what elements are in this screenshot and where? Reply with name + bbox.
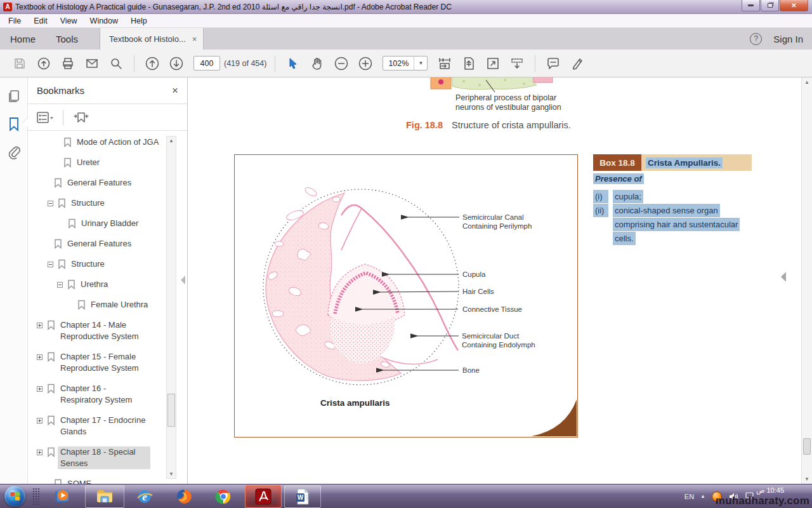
bookmarks-panel-icon[interactable] [8, 117, 20, 132]
page-down-icon[interactable] [168, 55, 185, 72]
hand-tool-icon[interactable] [309, 55, 325, 72]
bookmark-item[interactable]: Mode of Action of JGA [28, 137, 176, 148]
menu-window[interactable]: Window [84, 15, 124, 27]
page-up-icon[interactable] [144, 55, 160, 72]
taskbar-chrome[interactable] [206, 485, 241, 508]
restore-button[interactable] [761, 0, 779, 11]
bookmark-item[interactable]: Urethra [28, 279, 176, 290]
collapse-toggle[interactable] [57, 282, 63, 288]
share-upload-icon[interactable] [36, 55, 52, 72]
watermark: muhadharaty.com [716, 495, 809, 507]
page-number-input[interactable] [193, 56, 220, 70]
hidden-icons-caret[interactable]: ▲ [700, 493, 705, 499]
save-icon[interactable] [11, 55, 28, 72]
taskbar-acrobat-active[interactable] [245, 485, 282, 508]
tab-bar: Home Tools Textbook of Histolo... × ? Si… [0, 28, 812, 50]
box-list-item: (ii) conical-shaped sense organ [593, 204, 752, 217]
sign-in-button[interactable]: Sign In [773, 34, 803, 44]
expand-toggle[interactable] [37, 323, 43, 328]
scroll-down-icon[interactable]: ▼ [802, 476, 812, 482]
scroll-up-icon[interactable]: ▲ [167, 138, 176, 144]
document-pane[interactable]: Peripheral process of bipolar neurons of… [188, 77, 801, 484]
page-thumbnails-icon[interactable] [7, 89, 21, 104]
tab-close-icon[interactable]: × [192, 34, 197, 44]
windows-logo-icon [11, 492, 20, 501]
taskbar-firefox[interactable] [166, 485, 202, 508]
menu-view[interactable]: View [54, 15, 84, 27]
expand-toggle[interactable] [37, 450, 43, 455]
bookmarks-panel-title: Bookmarks [37, 85, 84, 96]
close-button[interactable]: ✕ [780, 0, 808, 11]
collapse-toggle[interactable] [48, 262, 53, 267]
taskbar-file-explorer[interactable] [85, 485, 124, 508]
tab-home[interactable]: Home [0, 28, 46, 50]
taskbar-clock[interactable]: 10:45 ص [756, 486, 784, 495]
bookmark-item-selected[interactable]: Chapter 18 - Special Senses [28, 446, 176, 469]
menu-edit[interactable]: Edit [27, 15, 54, 27]
collapse-toggle[interactable] [48, 201, 53, 206]
bookmark-item[interactable]: Chapter 17 - Endocrine Glands [28, 415, 176, 438]
top-figure-label: Peripheral process of bipolar neurons of… [455, 93, 561, 112]
scroll-up-icon[interactable]: ▲ [802, 79, 812, 85]
acrobat-window: A Textbook of Histology A Practical guid… [0, 0, 812, 484]
taskbar-drag-handle[interactable] [32, 488, 39, 505]
bookmark-item[interactable]: General Features [28, 238, 176, 250]
start-button[interactable] [4, 486, 25, 507]
zoom-level-select[interactable]: 102% ▼ [383, 56, 428, 70]
zoom-in-icon[interactable] [357, 55, 374, 72]
bookmark-item[interactable]: Urinary Bladder [28, 218, 176, 229]
menu-file[interactable]: File [2, 15, 27, 27]
title-bar[interactable]: A Textbook of Histology A Practical guid… [0, 0, 812, 14]
bookmark-item[interactable]: General Features [28, 177, 176, 189]
taskbar-word-document[interactable]: W [284, 485, 321, 508]
bookmark-item[interactable]: Structure [28, 197, 176, 209]
window-controls: ✕ [741, 0, 808, 11]
fullscreen-icon[interactable] [485, 55, 501, 72]
attachments-icon[interactable] [7, 145, 21, 161]
bookmark-item[interactable]: Chapter 16 - Respiratory System [28, 383, 176, 406]
tab-document[interactable]: Textbook of Histolo... × [100, 28, 204, 50]
minimize-button[interactable] [742, 0, 760, 11]
tab-document-label: Textbook of Histolo... [109, 34, 186, 44]
new-bookmark-icon[interactable] [72, 110, 91, 125]
collapse-panel-handle[interactable] [181, 276, 185, 284]
label-hair-cells: Hair Cells [462, 287, 494, 296]
bookmarks-scrollbar[interactable]: ▲ ▼ [166, 136, 176, 479]
bookmark-options-icon[interactable] [36, 110, 55, 124]
expand-toggle[interactable] [37, 354, 43, 360]
scrollbar-thumb[interactable] [803, 438, 811, 455]
bookmark-item[interactable]: Chapter 15 - Female Reproductive System [28, 351, 176, 374]
taskbar-internet-explorer[interactable]: e [127, 485, 162, 508]
select-tool-icon[interactable] [285, 55, 301, 72]
close-panel-icon[interactable]: × [172, 84, 178, 97]
windows-taskbar: e W EN ▲ [0, 484, 812, 508]
menu-help[interactable]: Help [124, 15, 154, 27]
comment-icon[interactable] [545, 55, 561, 72]
tools-panel-handle[interactable] [781, 272, 786, 282]
expand-toggle[interactable] [37, 386, 43, 392]
scrollbar-thumb[interactable] [167, 394, 175, 427]
scroll-down-icon[interactable]: ▼ [167, 471, 176, 477]
document-scrollbar[interactable]: ▲ ▼ [801, 77, 812, 484]
bookmark-item[interactable]: Ureter [28, 157, 176, 168]
zoom-out-icon[interactable] [333, 55, 350, 72]
tab-tools[interactable]: Tools [46, 28, 88, 50]
print-icon[interactable] [60, 55, 76, 72]
presentation-icon[interactable] [509, 55, 525, 72]
info-box: Box 18.8 Crista Ampullaris. Presence of … [593, 154, 752, 245]
expand-toggle[interactable] [37, 418, 43, 424]
zoom-dropdown-icon[interactable]: ▼ [414, 57, 427, 70]
taskbar-media-player[interactable] [44, 485, 80, 508]
bookmark-item[interactable]: Structure [28, 258, 176, 270]
email-icon[interactable] [84, 55, 100, 72]
fit-width-icon[interactable] [436, 55, 453, 72]
bookmark-item[interactable]: SOME [28, 478, 176, 484]
box-subtitle: Presence of [593, 173, 644, 184]
fit-page-icon[interactable] [461, 55, 477, 72]
language-indicator[interactable]: EN [684, 493, 694, 500]
help-icon[interactable]: ? [750, 33, 762, 45]
bookmark-item[interactable]: Female Urethra [28, 299, 176, 311]
bookmark-item[interactable]: Chapter 14 - Male Reproductive System [28, 319, 176, 342]
highlight-icon[interactable] [569, 55, 586, 72]
search-icon[interactable] [108, 55, 124, 72]
